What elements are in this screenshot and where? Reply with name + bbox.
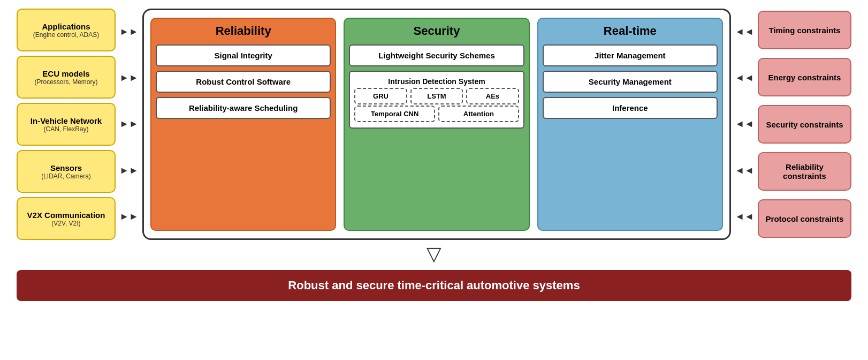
top-section: Applications (Engine control, ADAS) ECU … [17,9,851,240]
bottom-banner: Robust and secure time-critical automoti… [17,270,851,301]
timing-constraints: Timing constraints [758,11,851,49]
reliability-scheduling-box: Reliability-aware Scheduling [156,97,331,119]
arrow-left-5: ◄◄ [735,196,754,238]
security-title: Security [349,24,524,38]
jitter-management-box: Jitter Management [543,44,718,66]
attention-box: Attention [438,106,519,122]
ids-box: Intrusion Detection System GRU LSTM AEs … [349,71,524,129]
reliability-title: Reliability [156,24,331,38]
arrow-right-2: ►► [119,57,139,100]
arrow-right-1: ►► [119,10,139,53]
left-item-subtitle: (Engine control, ADAS) [33,31,99,39]
security-constraints: Security constraints [758,105,851,144]
arrow-right-5: ►► [119,196,139,238]
reliability-constraints: Reliability constraints [758,152,851,191]
left-item-sensors: Sensors (LIDAR, Camera) [17,150,116,193]
arrow-left-4: ◄◄ [735,149,754,192]
left-item-title: In-Vehicle Network [31,116,102,125]
realtime-title: Real-time [543,24,718,38]
left-item-network: In-Vehicle Network (CAN, FlexRay) [17,103,116,146]
left-item-ecu: ECU models (Processors, Memory) [17,56,116,99]
left-item-title: Sensors [50,163,82,172]
left-item-subtitle: (LIDAR, Camera) [41,172,91,180]
left-item-subtitle: (V2V, V2I) [51,220,80,227]
left-item-title: Applications [42,22,90,31]
left-item-applications: Applications (Engine control, ADAS) [17,9,116,51]
aes-box: AEs [466,88,519,104]
arrow-left-2: ◄◄ [735,57,754,100]
gru-box: GRU [354,88,407,104]
left-arrows: ►► ►► ►► ►► ►► [121,9,137,240]
left-item-title: ECU models [42,69,89,78]
ml-grid-row1: GRU LSTM AEs [354,88,519,104]
arrow-left-3: ◄◄ [735,103,754,146]
lstm-box: LSTM [410,88,463,104]
arrow-right-4: ►► [119,149,139,192]
arrow-right-3: ►► [119,103,139,146]
ids-label: Intrusion Detection System [354,77,519,86]
right-arrows: ◄◄ ◄◄ ◄◄ ◄◄ ◄◄ [736,9,752,240]
realtime-column: Real-time Jitter Management Security Man… [537,18,723,231]
lightweight-security-box: Lightweight Security Schemes [349,44,524,66]
inference-box: Inference [543,97,718,119]
left-item-subtitle: (CAN, FlexRay) [43,125,88,133]
left-item-v2x: V2X Communication (V2V, V2I) [17,197,116,240]
robust-control-box: Robust Control Software [156,71,331,93]
signal-integrity-box: Signal Integrity [156,44,331,66]
center-box: Reliability Signal Integrity Robust Cont… [142,9,731,240]
right-column: Timing constraints Energy constraints Se… [758,9,851,240]
left-item-title: V2X Communication [27,211,105,220]
down-arrow: ▽ [427,244,441,264]
security-column: Security Lightweight Security Schemes In… [344,18,529,231]
diagram: Applications (Engine control, ADAS) ECU … [17,9,851,351]
arrow-left-1: ◄◄ [735,10,754,53]
security-management-box: Security Management [543,71,718,93]
left-item-subtitle: (Processors, Memory) [34,78,97,86]
reliability-column: Reliability Signal Integrity Robust Cont… [150,18,336,231]
bottom-banner-text: Robust and secure time-critical automoti… [288,279,580,292]
ml-grid-row2: Temporal CNN Attention [354,106,519,122]
left-column: Applications (Engine control, ADAS) ECU … [17,9,116,240]
protocol-constraints: Protocol constraints [758,199,851,238]
energy-constraints: Energy constraints [758,58,851,96]
temporal-cnn-box: Temporal CNN [354,106,435,122]
